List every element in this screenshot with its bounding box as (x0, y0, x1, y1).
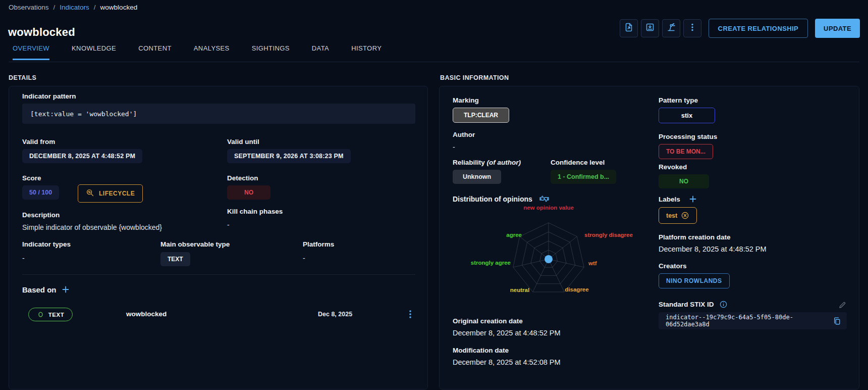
reliability-label: Reliability (of author) (453, 159, 521, 166)
enrichment-button[interactable] (662, 19, 680, 37)
based-on-row[interactable]: TEXT wowblocked Dec 8, 2025 (15, 304, 422, 326)
creators-label: Creators (659, 262, 687, 270)
details-section-title: DETAILS (9, 74, 36, 81)
more-vert-icon (687, 22, 697, 34)
lifecycle-button[interactable]: LIFECYCLE (78, 184, 143, 203)
valid-until-chip: SEPTEMBER 9, 2026 AT 3:08:23 PM (227, 149, 351, 163)
add-based-on-button[interactable] (61, 284, 71, 295)
info-icon[interactable] (719, 300, 728, 309)
opinions-radar-chart (453, 214, 644, 305)
opinions-label: Distribution of opinions (453, 193, 550, 204)
original-creation-date-label: Original creation date (453, 317, 523, 325)
page-title: wowblocked (8, 26, 75, 39)
basic-information-panel: Marking TLP:CLEAR Pattern type stix Auth… (439, 86, 859, 389)
pattern-type-chip: stix (659, 108, 715, 123)
radar-data-point (545, 255, 553, 263)
reliability-label-suffix: (of author) (487, 159, 521, 166)
main-observable-type-chip: TEXT (160, 252, 190, 266)
tab-analyses[interactable]: ANALYSES (194, 44, 230, 60)
tab-history[interactable]: HISTORY (351, 44, 382, 60)
radar-axis-neutral: neutral (510, 287, 529, 293)
tabs-divider (9, 62, 859, 62)
create-relationship-button[interactable]: CREATE RELATIONSHIP (709, 19, 808, 38)
indicator-pattern-value: [text:value = 'wowblocked'] (22, 104, 415, 124)
breadcrumb-indicators-link[interactable]: Indicators (60, 4, 89, 11)
header-actions: CREATE RELATIONSHIP UPDATE (620, 19, 860, 38)
export-button[interactable] (620, 19, 638, 37)
valid-from-label: Valid from (22, 138, 55, 145)
row-more-options-button[interactable] (405, 309, 415, 320)
modification-date-label: Modification date (453, 347, 509, 354)
breadcrumb-current: wowblocked (100, 4, 138, 11)
platforms-label: Platforms (303, 240, 334, 248)
breadcrumb-separator: / (53, 4, 56, 11)
kill-chain-label: Kill chain phases (227, 208, 283, 215)
tab-bar: OVERVIEW KNOWLEDGE CONTENT ANALYSES SIGH… (13, 44, 382, 60)
lifecycle-button-label: LIFECYCLE (99, 190, 135, 197)
opinions-label-text: Distribution of opinions (453, 195, 532, 203)
radar-axis-wtf: wtf (588, 260, 597, 266)
creator-chip[interactable]: NINO ROWLANDS (659, 273, 730, 288)
processing-status-label: Processing status (659, 133, 717, 140)
tab-content[interactable]: CONTENT (138, 44, 172, 60)
breadcrumb: Observations / Indicators / wowblocked (9, 4, 137, 11)
stix-id-field: indicator--19c79c9c-64a5-5f05-80de-06d52… (659, 312, 847, 329)
details-panel: Indicator pattern [text:value = 'wowbloc… (9, 86, 428, 389)
score-chip: 50 / 100 (22, 185, 59, 200)
description-label: Description (22, 211, 60, 219)
breadcrumb-observations[interactable]: Observations (9, 4, 49, 11)
tab-data[interactable]: DATA (312, 44, 329, 60)
marking-chip[interactable]: TLP:CLEAR (453, 108, 509, 123)
breadcrumb-separator: / (94, 4, 96, 11)
confidence-level-chip: 1 - Confirmed b... (551, 170, 616, 184)
author-value: - (453, 143, 455, 151)
add-label-button[interactable] (688, 194, 698, 204)
copy-icon[interactable] (832, 316, 842, 326)
main-observable-type-label: Main observable type (160, 240, 230, 248)
labels-label: Labels (659, 196, 680, 203)
detection-chip: NO (227, 185, 270, 200)
label-chip-test[interactable]: test (659, 207, 697, 224)
observable-date: Dec 8, 2025 (318, 311, 352, 318)
confidence-level-label: Confidence level (551, 159, 605, 166)
valid-from-chip: DECEMBER 8, 2025 AT 4:48:52 PM (22, 149, 142, 163)
magnifier-wave-icon (86, 188, 94, 199)
tab-knowledge[interactable]: KNOWLEDGE (72, 44, 116, 60)
stix-id-value: indicator--19c79c9c-64a5-5f05-80de-06d52… (666, 314, 832, 328)
revoked-chip: NO (659, 174, 709, 188)
more-options-button[interactable] (683, 19, 701, 37)
author-label: Author (453, 131, 475, 138)
original-creation-date-value: December 8, 2025 at 4:48:52 PM (453, 329, 561, 337)
revoked-label: Revoked (659, 163, 687, 171)
radar-axis-disagree: disagree (565, 286, 588, 292)
radar-axis-strongly-disagree: strongly disagree (584, 232, 633, 238)
thumbs-up-down-icon[interactable] (539, 193, 550, 204)
marking-label: Marking (453, 96, 479, 104)
platforms-value: - (303, 254, 305, 262)
file-export-icon (624, 22, 634, 34)
score-label: Score (22, 174, 41, 182)
basic-info-section-title: BASIC INFORMATION (440, 74, 509, 81)
kill-chain-value: - (227, 221, 230, 229)
remove-label-icon[interactable] (681, 211, 689, 220)
indicator-types-value: - (22, 254, 25, 262)
description-value: Simple indicator of observable {wowblock… (22, 223, 162, 231)
modification-date-value: December 8, 2025 at 4:52:08 PM (453, 358, 561, 366)
label-chip-text: test (666, 212, 677, 219)
tab-overview[interactable]: OVERVIEW (13, 44, 49, 60)
radar-axis-strongly-agree: strongly agree (471, 260, 511, 266)
edit-stix-id-icon[interactable] (838, 301, 847, 309)
update-button[interactable]: UPDATE (815, 19, 860, 38)
detection-label: Detection (227, 174, 258, 182)
file-import-icon (645, 22, 655, 34)
tab-sightings[interactable]: SIGHTINGS (252, 44, 290, 60)
import-button[interactable] (641, 19, 659, 37)
radar-axis-new-opinion-value: new opinion value (523, 205, 574, 211)
circle-outline-icon (37, 311, 44, 318)
radar-axis-agree: agree (506, 232, 522, 238)
indicator-types-label: Indicator types (22, 240, 71, 248)
opencti-indicator-page: Observations / Indicators / wowblocked w… (0, 0, 868, 390)
reliability-label-text: Reliability (453, 159, 485, 166)
based-on-label: Based on (22, 285, 57, 294)
indicator-pattern-label: Indicator pattern (22, 92, 76, 100)
